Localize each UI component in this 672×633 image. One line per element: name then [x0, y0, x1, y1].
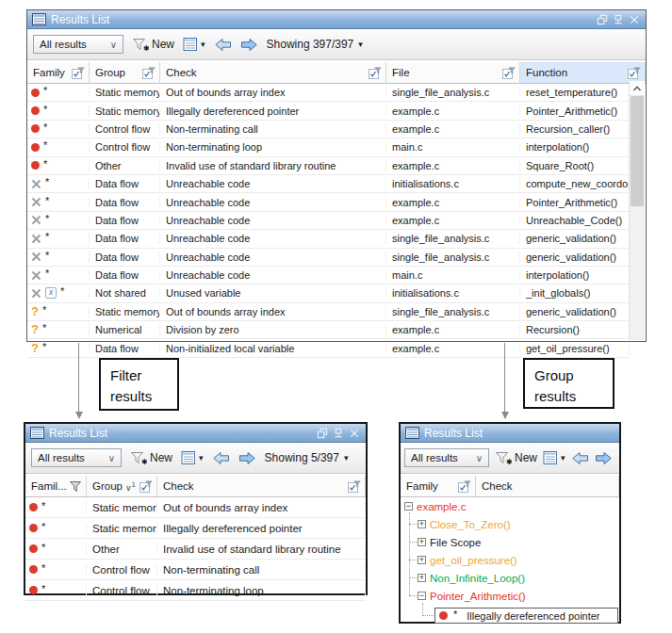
view-options-button[interactable]: ▾ [183, 37, 205, 52]
next-result-button[interactable] [240, 38, 258, 52]
new-filter-button[interactable]: ✱ New [132, 37, 174, 52]
tree-node-row[interactable]: −example.c [401, 497, 619, 515]
column-header-check[interactable]: Check [157, 476, 366, 496]
result-row[interactable]: *Data flowUnreachable codeinitialisation… [27, 175, 630, 193]
tree-node-row[interactable]: +get_oil_pressure() [401, 551, 619, 569]
column-filter-icon[interactable] [348, 480, 361, 493]
column-header-group[interactable]: Group∨1 [87, 476, 157, 496]
result-row[interactable]: *Control flowNon-terminating loopmain.ci… [27, 138, 630, 156]
check-cell: Unreachable code [160, 269, 386, 281]
result-row[interactable]: *Static memoryOut of bounds array indexs… [27, 84, 630, 102]
previous-result-button[interactable] [212, 451, 230, 465]
result-row[interactable]: *Static memoryIllegally dereferenced poi… [27, 102, 630, 120]
column-filter-icon[interactable] [142, 67, 156, 79]
tree-node-label[interactable]: Close_To_Zero() [430, 519, 511, 530]
previous-result-button[interactable] [571, 451, 589, 465]
titlebar[interactable]: Results List [401, 424, 619, 443]
result-row[interactable]: *Static memoryOut of bounds array index [25, 497, 366, 518]
result-row[interactable]: ?*NumericalDivision by zeroexample.cRecu… [27, 321, 630, 339]
results-scope-dropdown[interactable]: All results ∨ [31, 448, 122, 467]
result-row[interactable]: *Data flowUnreachable codemain.cinterpol… [27, 267, 630, 284]
collapse-node-icon[interactable]: − [418, 592, 426, 600]
filtered-table-header: Famil...Group∨1Check [25, 476, 366, 497]
showing-count-dropdown[interactable]: Showing 397/397 ▾ [267, 38, 363, 51]
check-cell: Unreachable code [160, 197, 386, 208]
result-row[interactable]: *OtherInvalid use of standard library ro… [25, 539, 366, 560]
tree-node-label[interactable]: example.c [417, 501, 466, 512]
new-filter-button[interactable]: ✱ New [495, 450, 537, 465]
expand-node-icon[interactable]: + [418, 574, 426, 582]
tree-node-row[interactable]: −Pointer_Arithmetic() [401, 587, 619, 605]
next-result-button[interactable] [595, 451, 613, 465]
result-row[interactable]: *Data flowUnreachable codesingle_file_an… [27, 230, 630, 248]
result-row[interactable]: *Control flowNon-terminating loop [25, 580, 366, 601]
column-header-check[interactable]: Check [160, 62, 386, 83]
check-cell: Out of bounds array index [160, 306, 386, 317]
column-filter-icon[interactable] [72, 67, 85, 79]
pin-window-icon[interactable] [612, 13, 625, 25]
next-result-button[interactable] [238, 451, 256, 465]
results-scope-dropdown[interactable]: All results ∨ [33, 35, 123, 54]
expand-node-icon[interactable]: + [418, 556, 426, 564]
vertical-scrollbar[interactable] [629, 81, 645, 340]
result-row[interactable]: *Static memoryIllegally dereferenced poi… [25, 518, 366, 539]
view-options-button[interactable]: ▾ [181, 450, 204, 465]
titlebar[interactable]: Results List [27, 10, 646, 29]
tree-node-label[interactable]: Pointer_Arithmetic() [430, 591, 526, 602]
result-row[interactable]: ?*Data flowNon-initialized local variabl… [27, 339, 630, 357]
results-scope-dropdown[interactable]: All results ∨ [404, 448, 489, 467]
column-header-family[interactable]: Family [27, 62, 90, 83]
column-header-family[interactable]: Family [401, 476, 476, 496]
previous-result-button[interactable] [214, 38, 232, 52]
scrollbar-up-arrow-icon[interactable] [630, 81, 645, 96]
tree-node-label[interactable]: File Scope [430, 537, 481, 548]
tree-node-row[interactable]: +Close_To_Zero() [401, 515, 619, 533]
column-filter-icon[interactable] [369, 67, 382, 79]
scrollbar-thumb[interactable] [631, 96, 644, 206]
float-window-icon[interactable] [316, 427, 329, 439]
pin-window-icon[interactable] [332, 427, 345, 439]
column-filter-icon[interactable] [458, 480, 471, 493]
column-filter-icon[interactable] [502, 67, 516, 79]
column-header-check[interactable]: Check [476, 476, 619, 496]
float-window-icon[interactable] [596, 13, 609, 25]
check-cell: Unreachable code [160, 215, 386, 226]
tree-node-label[interactable]: get_oil_pressure() [430, 555, 517, 566]
tree-node-row[interactable]: +Non_Infinite_Loop() [401, 569, 619, 587]
column-header-label: Family [406, 480, 458, 492]
collapse-node-icon[interactable]: − [404, 502, 413, 511]
new-filter-button[interactable]: ✱ New [130, 450, 172, 465]
tree-leaf-row[interactable]: *Illegally dereferenced pointer [401, 605, 619, 626]
file-cell: example.c [386, 197, 520, 208]
result-row[interactable]: ?*Static memoryOut of bounds array index… [27, 303, 630, 321]
result-row[interactable]: *OtherInvalid use of standard library ro… [27, 157, 630, 175]
result-row[interactable]: x*Not sharedUnused variableinitialisatio… [27, 284, 630, 302]
column-filter-icon[interactable] [139, 480, 153, 493]
column-filter-icon[interactable] [69, 480, 82, 493]
expand-node-icon[interactable]: + [418, 520, 426, 528]
new-result-star: * [41, 502, 45, 511]
view-options-button[interactable]: ▾ [543, 450, 565, 465]
result-row[interactable]: *Data flowUnreachable codesingle_file_an… [27, 249, 630, 267]
family-cell: ?* [27, 343, 90, 354]
group-cell: Other [87, 544, 157, 555]
column-header-function[interactable]: Function [520, 62, 646, 83]
close-window-icon[interactable] [348, 427, 361, 439]
column-header-group[interactable]: Group [90, 62, 160, 83]
column-header-famil[interactable]: Famil... [25, 476, 87, 496]
column-header-file[interactable]: File [386, 62, 520, 83]
result-row[interactable]: *Data flowUnreachable codeexample.cPoint… [27, 193, 630, 211]
close-window-icon[interactable] [628, 13, 641, 25]
titlebar[interactable]: Results List [25, 424, 366, 443]
result-row[interactable]: *Control flowNon-terminating call [25, 560, 366, 580]
showing-count-dropdown[interactable]: Showing 5/397 ▾ [265, 451, 349, 464]
tree-node-label[interactable]: Non_Infinite_Loop() [430, 573, 525, 584]
selected-result-box[interactable]: *Illegally dereferenced pointer [434, 608, 618, 624]
expand-node-icon[interactable]: + [418, 538, 426, 546]
result-row[interactable]: *Control flowNon-terminating callexample… [27, 121, 630, 138]
group-cell: Static memory [87, 502, 157, 513]
new-filter-funnel-icon: ✱ [132, 37, 149, 52]
column-filter-icon[interactable] [628, 67, 641, 79]
tree-node-row[interactable]: +File Scope [401, 533, 619, 551]
result-row[interactable]: *Data flowUnreachable codeexample.cUnrea… [27, 212, 630, 230]
